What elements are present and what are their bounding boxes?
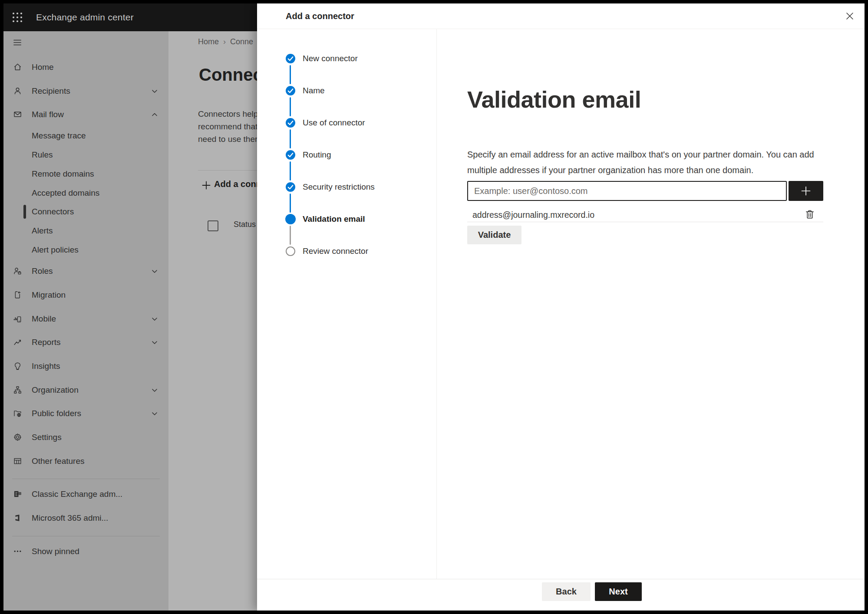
org-tree-icon bbox=[13, 385, 22, 394]
wizard-step-new-connector[interactable]: New connector bbox=[257, 49, 436, 68]
delete-trash-icon[interactable] bbox=[804, 208, 817, 221]
ellipsis-icon bbox=[13, 547, 22, 556]
plus-icon bbox=[201, 180, 212, 191]
sidebar-item-label: Public folders bbox=[32, 404, 81, 423]
classic-exchange-logo-icon bbox=[13, 489, 22, 499]
breadcrumb: Home›Conne bbox=[198, 37, 253, 46]
chevron-down-icon bbox=[150, 267, 159, 276]
mail-icon bbox=[13, 110, 22, 119]
step-current-circle bbox=[285, 214, 296, 224]
sidebar-item-label: Mail flow bbox=[32, 105, 64, 124]
chevron-down-icon bbox=[150, 409, 159, 418]
panel-header: Add a connector bbox=[257, 3, 865, 29]
gear-icon bbox=[13, 433, 22, 442]
wizard-step-review-connector[interactable]: Review connector bbox=[257, 242, 436, 261]
sidebar-item-remote-domains[interactable]: Remote domains bbox=[3, 164, 168, 184]
sidebar-item-label: Classic Exchange adm... bbox=[32, 485, 122, 504]
sidebar-item-label: Reports bbox=[32, 333, 61, 352]
footer-divider bbox=[257, 579, 865, 579]
sidebar-item-label: Show pinned bbox=[32, 542, 79, 561]
sidebar-item-label: Other features bbox=[32, 452, 84, 471]
sidebar-item-mail-flow[interactable]: Mail flow bbox=[3, 105, 168, 124]
home-icon bbox=[13, 62, 22, 72]
sidebar-item-label: Accepted domains bbox=[32, 184, 99, 203]
breadcrumb-home-link[interactable]: Home bbox=[198, 37, 219, 46]
add-email-button[interactable] bbox=[789, 181, 823, 201]
migration-icon bbox=[13, 290, 22, 299]
select-all-checkbox[interactable] bbox=[208, 220, 218, 231]
sidebar-item-message-trace[interactable]: Message trace bbox=[3, 126, 168, 145]
address-row-divider bbox=[467, 222, 823, 222]
step-completed-check-icon bbox=[286, 54, 295, 63]
next-button[interactable]: Next bbox=[595, 582, 642, 601]
page-description-line: Connectors help bbox=[198, 108, 258, 120]
sidebar-item-public-folders[interactable]: Public folders bbox=[3, 404, 168, 423]
sidebar-item-roles[interactable]: Roles bbox=[3, 262, 168, 281]
sidebar-item-rules[interactable]: Rules bbox=[3, 145, 168, 164]
mobile-devices-icon bbox=[13, 314, 22, 323]
sidebar-item-label: Alert policies bbox=[32, 240, 79, 259]
sidebar-item-label: Rules bbox=[32, 145, 53, 164]
wizard-step-validation-email[interactable]: Validation email bbox=[257, 210, 436, 229]
step-heading: Validation email bbox=[467, 86, 641, 113]
validation-email-address: address@journaling.mxrecord.io bbox=[472, 209, 594, 221]
wizard-step-routing[interactable]: Routing bbox=[257, 145, 436, 164]
reports-chart-icon bbox=[13, 338, 22, 347]
sidebar-item-label: Recipients bbox=[32, 82, 70, 101]
validate-button[interactable]: Validate bbox=[467, 226, 521, 244]
page-description-line: recommend that bbox=[198, 120, 257, 133]
sidebar-item-show-pinned[interactable]: Show pinned bbox=[3, 542, 168, 561]
sidebar-item-settings[interactable]: Settings bbox=[3, 428, 168, 447]
step-completed-check-icon bbox=[286, 182, 295, 192]
step-completed-check-icon bbox=[286, 150, 295, 160]
wizard-step-security-restrictions[interactable]: Security restrictions bbox=[257, 177, 436, 197]
panel-title: Add a connector bbox=[286, 3, 354, 29]
exchange-admin-center-app: Exchange admin center Home Recipients Ma… bbox=[3, 3, 865, 611]
sidebar-item-insights[interactable]: Insights bbox=[3, 357, 168, 376]
page-description-line: need to use ther bbox=[198, 133, 257, 145]
selected-indicator bbox=[23, 205, 26, 219]
breadcrumb-current: Conne bbox=[230, 37, 253, 46]
roles-icon bbox=[13, 266, 22, 276]
table-grid-icon bbox=[13, 456, 22, 466]
sidebar-item-microsoft-365-admin[interactable]: Microsoft 365 admi... bbox=[3, 509, 168, 528]
hamburger-menu-icon[interactable] bbox=[12, 37, 23, 48]
sidebar-item-label: Mobile bbox=[32, 309, 56, 328]
sidebar-item-label: Message trace bbox=[32, 126, 86, 145]
sidebar-item-recipients[interactable]: Recipients bbox=[3, 82, 168, 101]
sidebar-item-label: Remote domains bbox=[32, 164, 94, 184]
validation-email-input[interactable] bbox=[467, 181, 787, 201]
sidebar-item-mobile[interactable]: Mobile bbox=[3, 309, 168, 328]
app-launcher-waffle-icon[interactable] bbox=[11, 11, 23, 23]
sidebar-item-reports[interactable]: Reports bbox=[3, 333, 168, 352]
person-icon bbox=[13, 86, 22, 95]
sidebar-item-label: Alerts bbox=[32, 221, 53, 240]
chevron-down-icon bbox=[150, 315, 159, 323]
chevron-down-icon bbox=[150, 338, 159, 347]
sidebar-item-other-features[interactable]: Other features bbox=[3, 452, 168, 471]
back-button[interactable]: Back bbox=[542, 582, 591, 601]
sidebar-item-connectors[interactable]: Connectors bbox=[3, 202, 168, 221]
add-connector-panel: Add a connector New connector Name bbox=[257, 3, 865, 611]
sidebar-item-home[interactable]: Home bbox=[3, 58, 168, 77]
wizard-step-name[interactable]: Name bbox=[257, 81, 436, 100]
sidebar-nav: Home Recipients Mail flow Message trace … bbox=[3, 31, 168, 611]
sidebar-item-label: Insights bbox=[32, 357, 60, 376]
sidebar-item-organization[interactable]: Organization bbox=[3, 381, 168, 400]
breadcrumb-chevron-icon: › bbox=[223, 37, 226, 46]
status-column-header[interactable]: Status bbox=[234, 220, 256, 229]
sidebar-item-classic-exchange[interactable]: Classic Exchange adm... bbox=[3, 485, 168, 504]
sidebar-item-alert-policies[interactable]: Alert policies bbox=[3, 240, 168, 259]
sidebar-item-label: Settings bbox=[32, 428, 62, 447]
sidebar-item-migration[interactable]: Migration bbox=[3, 286, 168, 305]
chevron-down-icon bbox=[150, 87, 159, 95]
wizard-steps-column: New connector Name Use of connector Rout… bbox=[257, 29, 437, 579]
wizard-step-use-of-connector[interactable]: Use of connector bbox=[257, 113, 436, 132]
sidebar-item-label: Home bbox=[32, 58, 54, 77]
sidebar-item-accepted-domains[interactable]: Accepted domains bbox=[3, 184, 168, 203]
step-description-line: Specify an email address for an active m… bbox=[467, 147, 814, 162]
step-completed-check-icon bbox=[286, 118, 295, 128]
sidebar-item-alerts[interactable]: Alerts bbox=[3, 221, 168, 240]
sidebar-item-label: Connectors bbox=[32, 202, 74, 221]
close-icon[interactable] bbox=[843, 10, 856, 23]
